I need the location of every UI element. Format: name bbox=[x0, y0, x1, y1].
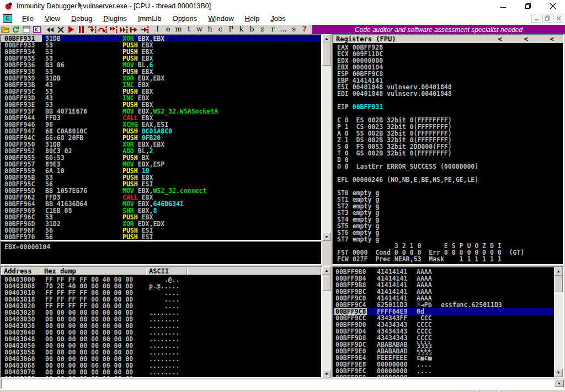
title-bar[interactable]: Immunity Debugger - vulnserver.exe - [CP… bbox=[0, 0, 565, 12]
step-over-button[interactable] bbox=[97, 25, 108, 34]
stack-scrollbar[interactable]: ▲ ▼ bbox=[554, 267, 563, 377]
menu-item-plugins[interactable]: Plugins bbox=[98, 13, 132, 24]
stack-row[interactable]: 00BFF9E0ABABABAB½½½½ bbox=[333, 348, 563, 355]
toolbar-letter-c[interactable]: c bbox=[215, 25, 226, 34]
stack-row[interactable]: 00BFF9B441414141AAAA bbox=[333, 275, 563, 282]
hex-dump-pane[interactable]: Address Hex dump ASCII 00403000FF FF FF … bbox=[0, 266, 322, 378]
stack-row[interactable]: 00BFF9EC00000000.... bbox=[333, 368, 563, 374]
menu-item-jobs[interactable]: Jobs bbox=[265, 13, 291, 24]
rewind-button[interactable] bbox=[45, 25, 55, 34]
address-column-header[interactable]: Address bbox=[1, 267, 41, 275]
register-line[interactable]: EIP 00BFF931 bbox=[333, 104, 563, 110]
stack-row[interactable]: 00BFF9B841414141AAAA bbox=[333, 282, 563, 288]
stack-row[interactable]: 00BFF9B041414141AAAA bbox=[333, 269, 563, 275]
toolbar-letter-P[interactable]: P bbox=[226, 25, 236, 34]
hex-column-header[interactable]: Hex dump bbox=[41, 267, 146, 275]
stack-row[interactable]: 00BFF9BC41414141AAAA bbox=[333, 288, 563, 295]
toolbar-letter-h[interactable]: h bbox=[205, 25, 215, 34]
menu-item-help[interactable]: Help bbox=[239, 13, 265, 24]
scroll-up-button[interactable]: ▲ bbox=[554, 267, 563, 276]
menu-item-debug[interactable]: Debug bbox=[66, 13, 98, 24]
trace-into-button[interactable] bbox=[108, 25, 118, 34]
close-button[interactable] bbox=[540, 0, 565, 12]
toolbar-letter-b[interactable]: b bbox=[247, 25, 257, 34]
stack-row[interactable]: 00BFF9C4625011D3╙◄Pbessfunc.625011D3 bbox=[333, 302, 563, 308]
hex-dump-scrollbar[interactable]: ▲ ▼ bbox=[322, 266, 331, 378]
register-line[interactable]: FCW 027F Prec NEAR,53 Mask 1 1 1 1 1 1 bbox=[333, 256, 563, 262]
stack-row[interactable]: 00BFF9F000000000.... bbox=[333, 374, 563, 378]
stack-row[interactable]: 00BFF9E800000000.... bbox=[333, 361, 563, 368]
register-line[interactable]: EDI 00401848 vulnserv.00401848 bbox=[333, 90, 563, 97]
ascii-column-header[interactable]: ASCII bbox=[146, 267, 187, 275]
double-back-arrow-icon bbox=[46, 26, 54, 33]
windows-list-button[interactable] bbox=[21, 25, 31, 34]
stack-row[interactable]: 00BFF9D043434343CCCC bbox=[333, 321, 563, 328]
register-line[interactable]: EFL 00000246 (NO,NB,E,BE,NS,PE,GE,LE) bbox=[333, 176, 563, 183]
stack-row[interactable]: 00BFF9E4FEEEFEEEε■ε■ bbox=[333, 355, 563, 361]
scroll-down-button[interactable]: ▼ bbox=[322, 233, 331, 241]
scroll-up-button[interactable]: ▲ bbox=[322, 34, 331, 42]
registers-prev-button-1[interactable]: < bbox=[498, 35, 502, 43]
menu-item-window[interactable]: Window bbox=[202, 13, 239, 24]
toolbar-letter-help[interactable]: ? bbox=[299, 25, 310, 34]
menu-item-options[interactable]: Options bbox=[167, 13, 203, 24]
menu-item-immlib[interactable]: ImmLib bbox=[132, 13, 167, 24]
menu-item-file[interactable]: File bbox=[17, 13, 39, 24]
restart-button[interactable] bbox=[10, 25, 21, 34]
open-file-button[interactable] bbox=[0, 25, 10, 34]
menu-item-view[interactable]: View bbox=[39, 13, 66, 24]
restart-icon bbox=[12, 25, 20, 34]
registers-prev-button-2[interactable]: < bbox=[524, 35, 528, 43]
stack-row[interactable]: 00BFF9C8FFFF64E9Θd bbox=[333, 308, 563, 315]
scroll-thumb[interactable] bbox=[322, 275, 331, 291]
pause-button[interactable] bbox=[76, 25, 87, 34]
execute-till-return-button[interactable] bbox=[129, 25, 139, 34]
cpu-workspace: 00BFF93131DBXOR EBX,EBX00BFF93353PUSH EB… bbox=[0, 34, 565, 378]
registers-prev-button-3[interactable]: < bbox=[550, 35, 554, 43]
cpu-window-icon[interactable]: C bbox=[3, 14, 12, 23]
scroll-down-button[interactable]: ▼ bbox=[322, 370, 331, 378]
registers-pane[interactable]: Registers (FPU) < < < EAX 00BFF928ECX 00… bbox=[332, 34, 564, 265]
mdi-restore-button[interactable] bbox=[542, 14, 552, 23]
scroll-thumb[interactable] bbox=[554, 276, 563, 292]
trace-over-button[interactable] bbox=[118, 25, 129, 34]
step-into-button[interactable] bbox=[87, 25, 97, 34]
job-banner[interactable]: Code auditor and software assessment spe… bbox=[312, 25, 565, 35]
info-pane[interactable]: EBX=00000104 bbox=[0, 241, 322, 265]
register-line[interactable]: T 0 GS 002B 32bit 0(FFFFFFFF) bbox=[333, 150, 563, 157]
scroll-up-button[interactable]: ▲ bbox=[322, 266, 331, 275]
scroll-thumb[interactable] bbox=[322, 42, 331, 66]
stack-row[interactable]: 00BFF9DCABABABAB½½½½ bbox=[333, 341, 563, 348]
disassembly-pane[interactable]: 00BFF93131DBXOR EBX,EBX00BFF93353PUSH EB… bbox=[0, 34, 322, 241]
command-dropdown-button[interactable]: ▼ bbox=[555, 379, 564, 387]
toolbar-letter-...[interactable]: ... bbox=[278, 25, 289, 34]
scroll-down-button[interactable]: ▼ bbox=[554, 369, 563, 377]
toolbar-letter-t[interactable]: t bbox=[184, 25, 194, 34]
register-line[interactable]: O 0 LastErr ERROR_SUCCESS (00000000) bbox=[333, 163, 563, 170]
toolbar-letter-m[interactable]: m bbox=[173, 25, 184, 34]
stack-row[interactable]: 00BFF9D443434343CCCC bbox=[333, 328, 563, 335]
toolbar-letter-s[interactable]: s bbox=[289, 25, 299, 34]
minimize-button[interactable] bbox=[491, 0, 515, 12]
disasm-address: 00BFF970 bbox=[1, 234, 42, 240]
app-icon bbox=[4, 2, 13, 10]
toolbar-letter-z[interactable]: z bbox=[257, 25, 268, 34]
cpu-view-button[interactable] bbox=[31, 25, 42, 34]
restore-button[interactable] bbox=[515, 0, 540, 12]
disasm-row[interactable]: 00BFF97056PUSH ESI bbox=[1, 234, 321, 240]
stack-pane[interactable]: 00BFF9B041414141AAAA00BFF9B441414141AAAA… bbox=[332, 266, 564, 378]
toolbar-letter-w[interactable]: w bbox=[194, 25, 205, 34]
toolbar-letter-k[interactable]: k bbox=[236, 25, 247, 34]
run-button[interactable] bbox=[66, 25, 76, 34]
mdi-minimize-button[interactable] bbox=[531, 14, 541, 23]
toolbar-letter-e[interactable]: e bbox=[163, 25, 173, 34]
disassembly-scrollbar[interactable]: ▲ ▼ bbox=[322, 34, 331, 241]
toolbar-letter-r[interactable]: r bbox=[268, 25, 278, 34]
till-user-code-button[interactable] bbox=[139, 25, 150, 34]
stack-row[interactable]: 00BFF9CC434343FF CCC bbox=[333, 315, 563, 321]
mdi-close-button[interactable] bbox=[553, 14, 563, 23]
command-input[interactable] bbox=[1, 379, 564, 389]
stack-row[interactable]: 00BFF9D843434343CCCC bbox=[333, 335, 563, 341]
stop-button[interactable] bbox=[55, 25, 66, 34]
toolbar-letter-l[interactable]: l bbox=[152, 25, 163, 34]
